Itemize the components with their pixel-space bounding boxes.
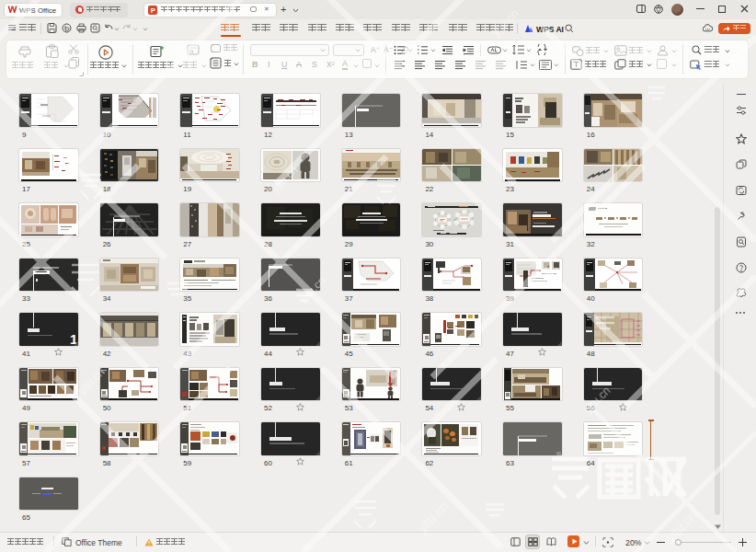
svg-text:yitu.cn: yitu.cn — [415, 499, 452, 535]
